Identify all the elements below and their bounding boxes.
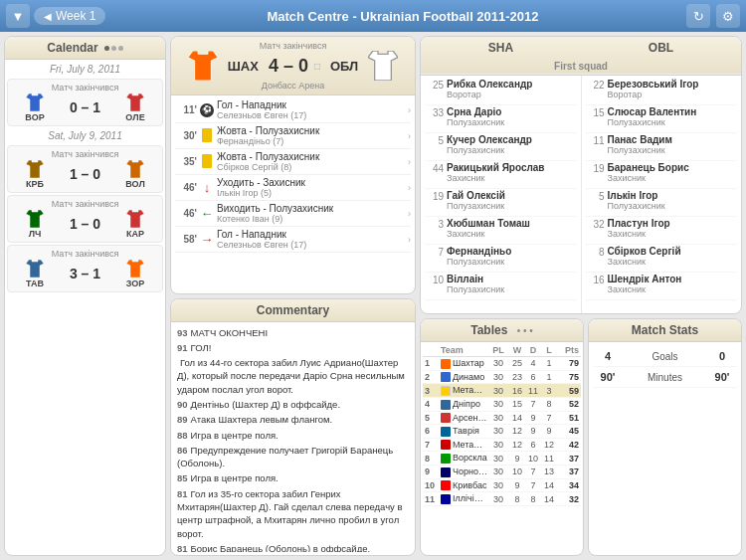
home-name-3: ЛЧ (29, 229, 42, 239)
table-row[interactable]: 2 Динамо 30 23 6 1 75 (423, 371, 581, 385)
score-3: 1 – 0 (70, 217, 100, 231)
svg-marker-3 (126, 160, 144, 178)
event-expand-icon[interactable]: › (408, 105, 411, 115)
filter-icon[interactable]: ▼ (6, 4, 30, 28)
home-team-name: BOP (25, 112, 45, 122)
mc-score-row: ШАХ 4 – 0 □ ОБЛ (175, 51, 411, 81)
table-row[interactable]: 10 Кривбас 30 9 7 14 34 (423, 479, 581, 493)
player-row: 44 Ракицький Ярослав Захисник (425, 161, 577, 189)
main-layout: Calendar Fri, July 8, 2011 Матч закінчив… (0, 32, 746, 560)
calendar-content: Fri, July 8, 2011 Матч закінчився BOP (5, 60, 165, 550)
match-item-4[interactable]: Матч закінчився ТАВ 3 – 1 (7, 245, 163, 292)
first-squad-label: First squad (421, 59, 741, 75)
top-bar: ▼ ◀ Week 1 Match Centre - Ukrainian Foot… (0, 0, 746, 32)
mc-stadium: Донбасс Арена (175, 81, 411, 91)
match-stats-header: Match Stats (589, 319, 741, 342)
squads-panel-header: SHA OBL First squad (421, 37, 741, 76)
match-status: Матч закінчився (10, 83, 160, 93)
match-stats-title: Match Stats (632, 323, 698, 337)
match-status-2: Матч закінчився (10, 149, 160, 159)
commentary-line-91: 91ГОЛ! (177, 341, 409, 354)
table-row[interactable]: 8 Ворскла 30 9 10 11 37 (423, 452, 581, 466)
week-selector[interactable]: ◀ Week 1 (34, 7, 105, 25)
home-name-center: ШАХ (228, 59, 259, 74)
week-prev-arrow[interactable]: ◀ (44, 11, 52, 22)
match-status-3: Матч закінчився (10, 199, 160, 209)
event-time-2: 30' (175, 130, 197, 141)
event-time-6: 58' (175, 234, 197, 245)
dot-3[interactable] (118, 46, 123, 51)
away-shirt-3 (125, 209, 145, 229)
away-team-name: OЛЕ (125, 112, 144, 122)
home-shirt-4 (25, 259, 45, 279)
event-time-4: 46' (175, 182, 197, 193)
match-score-row: BOP 0 – 1 OЛЕ (10, 93, 160, 122)
event-desc-4: Уходить - Захисник Ількін Ігор (5) (217, 177, 408, 198)
stats-content: 4 Goals 0 90' Minutes 90' (589, 342, 741, 552)
top-bar-right: ↻ ⚙ (680, 4, 740, 28)
sub-out-icon: ↓ (197, 180, 217, 195)
match-center-header: Матч закінчився ШАХ 4 – 0 □ (171, 37, 415, 95)
event-expand-2[interactable]: › (408, 131, 411, 141)
yellow-card-icon (197, 128, 217, 144)
player-row-a: 22 Березовський Ігор Воротар (586, 78, 738, 105)
home-goals: 4 (593, 350, 623, 362)
home-squad-col: 25 Рибка Олександр Воротар 33 Срна Даріо… (421, 76, 582, 314)
svg-marker-7 (126, 260, 144, 278)
match-item[interactable]: Матч закінчився BOP 0 – 1 (7, 79, 163, 126)
calendar-title: Calendar (47, 41, 97, 55)
match-item-3[interactable]: Матч закінчився ЛЧ 1 – 0 (7, 195, 163, 243)
svg-marker-0 (26, 93, 44, 111)
table-header: Team PL W D L Pts (423, 344, 581, 357)
commentary-panel: Commentary 93МАТЧ ОКОНЧЕНІ 91ГОЛ! Гол из… (170, 298, 416, 557)
away-4: ЗОР (110, 259, 160, 288)
date-header-2: Sat, July 9, 2011 (7, 128, 163, 143)
event-time-5: 46' (175, 208, 197, 219)
table-row[interactable]: 9 Чорноморець 30 10 7 13 37 (423, 466, 581, 479)
home-name-4: ТАВ (26, 279, 44, 288)
event-expand-4[interactable]: › (408, 183, 411, 193)
event-desc-5: Виходить - Полузахисник Котенко Іван (9) (217, 203, 408, 224)
match-status-4: Матч закінчився (10, 249, 160, 259)
event-expand-3[interactable]: › (408, 157, 411, 167)
away-minutes: 90' (707, 371, 737, 383)
table-row[interactable]: 4 Дніпро 30 15 7 8 52 (423, 398, 581, 412)
event-expand-6[interactable]: › (408, 235, 411, 245)
table-row[interactable]: 11 Іллічівець 30 8 8 14 32 (423, 492, 581, 506)
home-team-shirt (188, 51, 218, 81)
dot-2[interactable] (111, 46, 116, 51)
home-minutes: 90' (593, 371, 623, 383)
match-item-2[interactable]: Матч закінчився КРБ 1 – 0 (7, 145, 163, 193)
squads-top-header: SHA OBL (421, 37, 741, 59)
player-row-a: 19 Баранець Борис Захисник (586, 161, 738, 189)
home-team-block (188, 51, 218, 81)
home-shirt-2 (25, 159, 45, 179)
svg-marker-5 (126, 210, 144, 228)
table-row[interactable]: 3 Металіст 30 16 11 3 59 (423, 384, 581, 398)
event-time-3: 35' (175, 156, 197, 167)
top-bar-left: ▼ ◀ Week 1 (6, 4, 125, 28)
event-row-5: 46' ← Виходить - Полузахисник Котенко Ів… (175, 201, 411, 227)
away-name-3: КАР (126, 229, 144, 239)
stat-row-goals: 4 Goals 0 (593, 346, 737, 367)
event-expand-5[interactable]: › (408, 209, 411, 219)
svg-marker-1 (126, 93, 144, 111)
mc-score-value: 4 – 0 □ (269, 56, 320, 77)
player-row-a: 16 Шендрік Антон Захисник (586, 273, 738, 300)
home-3: ЛЧ (10, 209, 60, 239)
settings-icon[interactable]: ⚙ (716, 4, 740, 28)
dot-1[interactable] (104, 46, 109, 51)
player-row: 19 Гай Олексій Полузахисник (425, 189, 577, 217)
refresh-icon[interactable]: ↻ (686, 4, 710, 28)
commentary-title: Commentary (257, 303, 329, 317)
table-row[interactable]: 1 Шахтар 30 25 4 1 79 (423, 357, 581, 371)
table-row[interactable]: 6 Таврія 30 12 9 9 45 (423, 425, 581, 439)
away-team-side: OЛЕ (110, 93, 160, 122)
table-row[interactable]: 7 Металург 30 12 6 12 42 (423, 439, 581, 453)
match-stats-panel: Match Stats 4 Goals 0 90' Minutes 90' (588, 318, 742, 556)
tables-title: Tables (470, 323, 507, 337)
squads-panel: SHA OBL First squad 25 Рибка Олександр В… (420, 36, 742, 314)
svg-marker-6 (26, 260, 44, 278)
bottom-row: Tables • • • Team PL W D L Pts (420, 318, 742, 556)
table-row[interactable]: 5 Арсенал 30 14 9 7 51 (423, 412, 581, 426)
